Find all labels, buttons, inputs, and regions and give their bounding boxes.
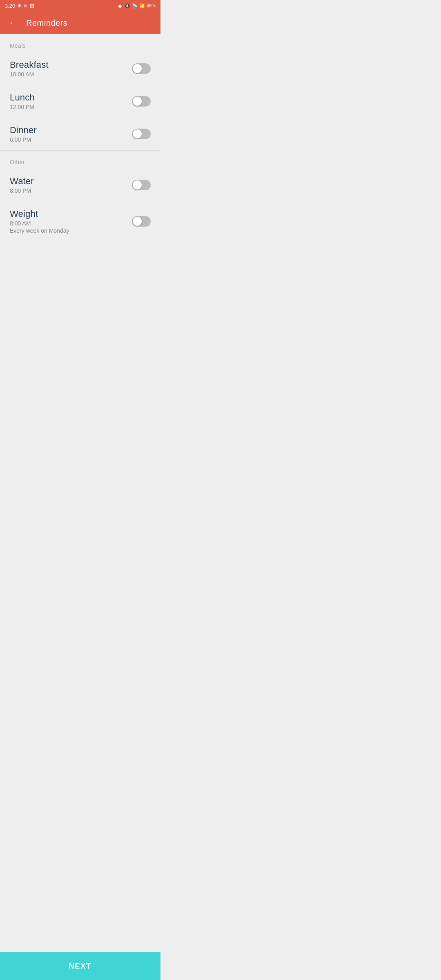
weight-extra: Every week on Monday xyxy=(10,227,69,234)
weight-time: 8:00 AM xyxy=(10,220,69,227)
app-bar: ← Reminders xyxy=(0,11,160,34)
status-bar-right: ⏰ 🔇 📡 📶 48% xyxy=(117,3,156,9)
weight-toggle[interactable] xyxy=(132,216,151,227)
water-name: Water xyxy=(10,176,34,187)
breakfast-slider xyxy=(132,63,151,74)
alarm-icon: ⏰ xyxy=(117,3,123,9)
breakfast-reminder-item: Breakfast 10:00 AM xyxy=(0,52,160,85)
meals-section-header: Meals xyxy=(0,34,160,52)
water-toggle[interactable] xyxy=(132,180,151,190)
linkedin-icon: in xyxy=(24,3,27,8)
image-icon: 🖼 xyxy=(30,3,34,8)
dinner-name: Dinner xyxy=(10,125,37,136)
lunch-slider xyxy=(132,96,151,107)
weight-slider xyxy=(132,216,151,227)
weight-info: Weight 8:00 AM Every week on Monday xyxy=(10,209,69,234)
lunch-reminder-item: Lunch 12:00 PM xyxy=(0,85,160,118)
water-reminder-item: Water 8:00 PM xyxy=(0,169,160,201)
page-title: Reminders xyxy=(26,18,67,28)
lunch-toggle[interactable] xyxy=(132,96,151,107)
breakfast-info: Breakfast 10:00 AM xyxy=(10,60,49,78)
back-arrow-icon: ← xyxy=(9,18,18,28)
content-area: Meals Breakfast 10:00 AM Lunch 12:00 PM … xyxy=(0,34,160,274)
lunch-name: Lunch xyxy=(10,92,35,103)
mute-icon: 🔇 xyxy=(125,3,130,9)
status-time: 3:20 xyxy=(5,3,15,9)
weight-reminder-item: Weight 8:00 AM Every week on Monday xyxy=(0,201,160,241)
dinner-time: 6:00 PM xyxy=(10,136,37,143)
lunch-info: Lunch 12:00 PM xyxy=(10,92,35,110)
signal-icon: 📶 xyxy=(139,3,145,9)
status-bar: 3:20 ❋ in 🖼 ⏰ 🔇 📡 📶 48% xyxy=(0,0,160,11)
breakfast-toggle[interactable] xyxy=(132,63,151,74)
dinner-slider xyxy=(132,129,151,139)
breakfast-time: 10:00 AM xyxy=(10,71,49,78)
weight-name: Weight xyxy=(10,209,69,219)
breakfast-name: Breakfast xyxy=(10,60,49,70)
dinner-toggle[interactable] xyxy=(132,129,151,139)
dinner-info: Dinner 6:00 PM xyxy=(10,125,37,143)
water-slider xyxy=(132,180,151,190)
status-bar-left: 3:20 ❋ in 🖼 xyxy=(5,3,34,9)
wifi-icon: 📡 xyxy=(132,3,138,9)
lunch-time: 12:00 PM xyxy=(10,104,35,110)
notification-icon: ❋ xyxy=(18,3,21,9)
dinner-reminder-item: Dinner 6:00 PM xyxy=(0,118,160,150)
back-button[interactable]: ← xyxy=(7,16,20,29)
water-time: 8:00 PM xyxy=(10,187,34,194)
other-section-header: Other xyxy=(0,151,160,169)
water-info: Water 8:00 PM xyxy=(10,176,34,194)
battery-level: 48% xyxy=(147,3,156,8)
